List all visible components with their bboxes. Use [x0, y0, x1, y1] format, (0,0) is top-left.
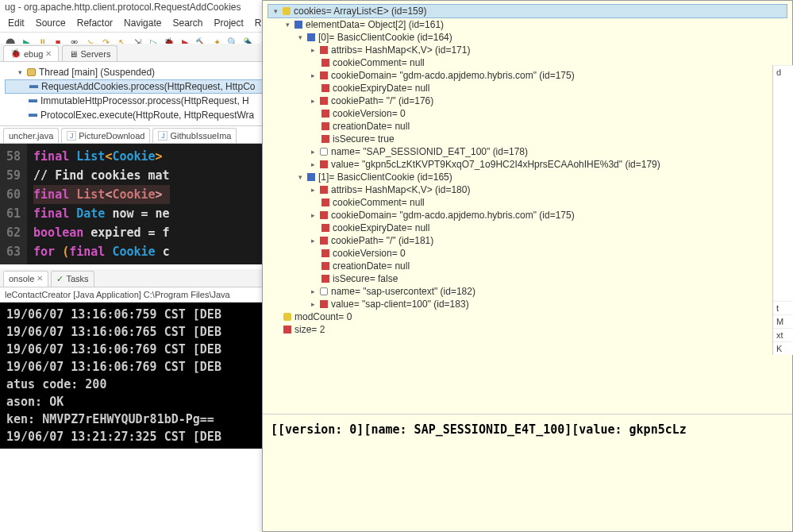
object-icon [283, 313, 291, 321]
var-creationdate[interactable]: creationDate= null [268, 260, 787, 272]
var-attribs[interactable]: ▸attribs= HashMap<K,V> (id=180) [268, 183, 787, 196]
console-line: ason: OK [6, 393, 271, 411]
var-name[interactable]: ▸name= "SAP_SESSIONID_E4T_100" (id=178) [268, 145, 787, 158]
close-icon[interactable]: ✕ [45, 49, 52, 58]
console-launch-info: leContactCreator [Java Application] C:\P… [0, 287, 278, 303]
marker[interactable]: d [773, 65, 793, 79]
private-field-icon [321, 262, 329, 270]
private-field-icon [321, 224, 329, 232]
marker[interactable]: M [773, 314, 793, 328]
close-icon[interactable]: ✕ [37, 274, 43, 284]
console-output[interactable]: 19/06/07 13:16:06:759 CST [DEB 19/06/07 … [0, 303, 278, 449]
var-cookiecomment[interactable]: cookieComment= null [268, 196, 787, 209]
code-line: final Date now = ne [33, 204, 170, 223]
code-line: boolean expired = f [33, 223, 170, 242]
var-cookieexpiry[interactable]: cookieExpiryDate= null [268, 82, 787, 94]
var-cookieexpiry[interactable]: cookieExpiryDate= null [268, 222, 787, 234]
private-field-icon [320, 186, 328, 194]
console-line: 19/06/07 13:16:06:769 CST [DEB [6, 341, 271, 358]
var-cookiepath[interactable]: ▸cookiePath= "/" (id=176) [268, 94, 787, 107]
console-line: 19/06/07 13:16:06:759 CST [DEB [6, 306, 271, 323]
stack-frame-0[interactable]: RequestAddCookies.process(HttpRequest, H… [5, 79, 273, 94]
private-field-icon [320, 97, 328, 105]
menu-refactor[interactable]: Refactor [72, 16, 117, 30]
line-gutter: 585960616263 [0, 144, 27, 264]
private-field-icon [283, 326, 291, 333]
menu-project[interactable]: Project [209, 16, 248, 30]
right-gutter: d t M xt K [772, 65, 793, 355]
private-field-icon [320, 300, 328, 308]
menu-source[interactable]: Source [31, 16, 71, 30]
private-field-icon [320, 160, 328, 168]
variable-hover-popup: ▾cookies= ArrayList<E> (id=159) ▾element… [262, 0, 793, 532]
editor-tab-launcher[interactable]: uncher.java [3, 128, 59, 143]
stack-frame-1[interactable]: ImmutableHttpProcessor.process(HttpReque… [5, 94, 273, 108]
console-line: 19/06/07 13:21:27:325 CST [DEB [6, 428, 271, 445]
console-line: 19/06/07 13:16:06:769 CST [DEB [6, 358, 271, 376]
code-line: for (final Cookie c [33, 242, 170, 261]
thread-icon [27, 68, 36, 76]
stackframe-icon [29, 114, 37, 117]
menu-search[interactable]: Search [167, 16, 207, 30]
field-icon [294, 21, 302, 29]
var-cookieversion[interactable]: cookieVersion= 0 [268, 247, 787, 260]
var-name[interactable]: ▸name= "sap-usercontext" (id=182) [268, 285, 787, 298]
console-line: atus code: 200 [6, 376, 271, 393]
stack-frame-2[interactable]: ProtocolExec.execute(HttpRoute, HttpRequ… [5, 108, 273, 122]
marker[interactable]: K [773, 341, 793, 355]
var-item-0[interactable]: ▾[0]= BasicClientCookie (id=164) [268, 31, 787, 44]
var-issecure[interactable]: isSecure= false [268, 272, 787, 285]
var-value[interactable]: ▸value= "sap-client=100" (id=183) [268, 298, 787, 310]
menu-navigate[interactable]: Navigate [119, 16, 166, 30]
var-cookiedomain[interactable]: ▸cookieDomain= "gdm-acdo.apjdemo.hybris.… [268, 69, 787, 82]
private-field-icon [321, 135, 329, 143]
var-item-1[interactable]: ▾[1]= BasicClientCookie (id=165) [268, 171, 787, 183]
var-creationdate[interactable]: creationDate= null [268, 120, 787, 133]
tab-tasks[interactable]: ✓Tasks [51, 271, 94, 287]
var-elementdata[interactable]: ▾elementData= Object[2] (id=161) [268, 18, 787, 31]
tab-console[interactable]: onsole✕ [3, 271, 48, 287]
private-field-icon [320, 211, 328, 219]
tab-debug[interactable]: 🐞ebug✕ [3, 45, 59, 61]
private-field-icon [321, 122, 329, 130]
private-field-icon [321, 249, 329, 257]
console-line: ken: NMVPZ7rEHWYQUDr81bD-Pg== [6, 411, 271, 428]
private-field-icon [320, 71, 328, 79]
editor-tab-github[interactable]: JGithubIssueIma [152, 128, 237, 143]
debug-stack: ▾Thread [main] (Suspended) RequestAddCoo… [0, 62, 278, 126]
private-field-icon [321, 199, 329, 206]
marker[interactable]: t [773, 301, 793, 314]
code-line: // Find cookies mat [33, 166, 170, 185]
code-editor[interactable]: 585960616263 final List<Cookie> // Find … [0, 144, 278, 264]
menu-edit[interactable]: Edit [3, 16, 29, 30]
marker[interactable]: xt [773, 328, 793, 341]
console-line: 19/06/07 13:16:06:765 CST [DEB [6, 323, 271, 341]
var-size[interactable]: size= 2 [268, 323, 787, 336]
variables-tree[interactable]: ▾cookies= ArrayList<E> (id=159) ▾element… [263, 1, 792, 414]
private-field-icon [321, 275, 329, 283]
var-cookiedomain[interactable]: ▸cookieDomain= "gdm-acdo.apjdemo.hybris.… [268, 209, 787, 222]
var-cookiecomment[interactable]: cookieComment= null [268, 56, 787, 69]
var-modcount[interactable]: modCount= 0 [268, 310, 787, 323]
private-field-icon [320, 237, 328, 245]
var-cookies[interactable]: ▾cookies= ArrayList<E> (id=159) [268, 4, 787, 18]
variable-tostring[interactable]: [[version: 0][name: SAP_SESSIONID_E4T_10… [263, 414, 792, 445]
private-field-icon [321, 84, 329, 92]
stackframe-icon [29, 85, 38, 88]
java-file-icon: J [158, 131, 167, 141]
object-icon [283, 7, 291, 15]
stackframe-icon [29, 99, 37, 102]
var-value[interactable]: ▸value= "gkpn5cLzKtKVPT9KxqO7_1o9HC2I4xH… [268, 158, 787, 171]
thread-node[interactable]: ▾Thread [main] (Suspended) [5, 65, 273, 79]
var-cookiepath[interactable]: ▸cookiePath= "/" (id=181) [268, 234, 787, 247]
var-attribs[interactable]: ▸attribs= HashMap<K,V> (id=171) [268, 44, 787, 56]
editor-tab-picture[interactable]: JPictureDownload [61, 128, 150, 143]
tab-servers[interactable]: 🖥Servers [62, 45, 117, 61]
java-file-icon: J [67, 131, 76, 141]
var-issecure[interactable]: isSecure= true [268, 133, 787, 145]
var-cookieversion[interactable]: cookieVersion= 0 [268, 107, 787, 120]
field-icon [307, 33, 315, 41]
code-line: final List<Cookie> [33, 147, 170, 166]
final-field-icon [320, 148, 328, 156]
field-icon [307, 173, 315, 181]
